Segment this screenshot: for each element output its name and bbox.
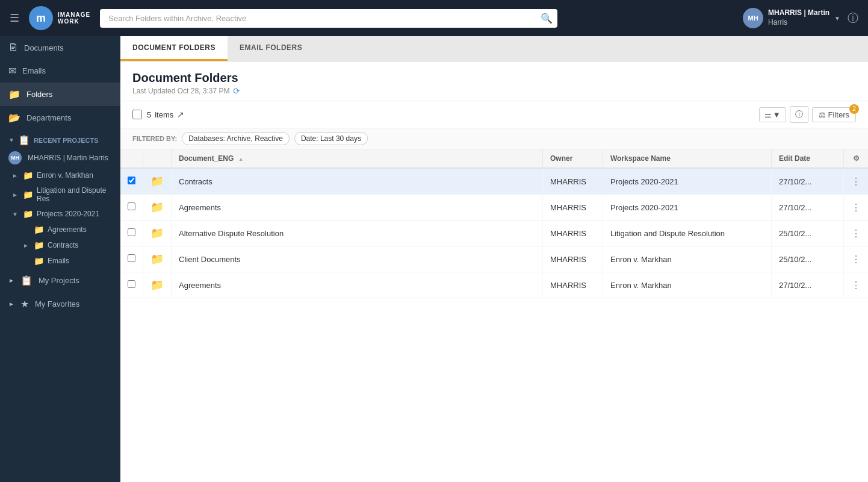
row-checkbox[interactable] <box>128 202 135 210</box>
row-checkbox-cell[interactable] <box>120 246 143 272</box>
sort-document-icon: ▲ <box>238 156 244 162</box>
row-actions-cell[interactable]: ⋮ <box>844 221 869 246</box>
info-button[interactable]: ⓘ <box>790 106 808 123</box>
sidebar-label-recent-projects: Recent Projects <box>34 137 99 144</box>
tree-item-litigation[interactable]: ► 📁 Litigation and Dispute Res <box>0 183 120 206</box>
row-checkbox-cell[interactable] <box>120 195 143 221</box>
sidebar-item-my-projects[interactable]: ► 📋 My Projects <box>0 269 120 292</box>
row-actions-cell[interactable]: ⋮ <box>844 272 869 298</box>
row-context-menu-button[interactable]: ⋮ <box>851 177 861 187</box>
row-actions-cell[interactable]: ⋮ <box>844 195 869 221</box>
tree-item-projects[interactable]: ▼ 📁 Projects 2020-2021 <box>0 206 120 222</box>
sidebar-item-emails[interactable]: ✉ Emails <box>0 59 120 83</box>
row-owner-cell: MHARRIS <box>543 272 603 298</box>
tab-email-folders[interactable]: EMAIL FOLDERS <box>228 36 314 61</box>
tree-item-user[interactable]: MH MHARRIS | Martin Harris <box>0 148 120 167</box>
enron-expand-icon[interactable]: ► <box>12 172 19 179</box>
documents-icon: 🖹 <box>8 42 18 53</box>
tree-item-emails[interactable]: 📁 Emails <box>0 253 120 269</box>
row-context-menu-button[interactable]: ⋮ <box>851 254 861 264</box>
filter-chip-date[interactable]: Date: Last 30 days <box>294 132 368 145</box>
sidebar-item-departments[interactable]: 📂 Departments <box>0 106 120 130</box>
row-actions-cell[interactable]: ⋮ <box>844 168 869 195</box>
th-edit-date[interactable]: Edit Date <box>772 149 844 168</box>
departments-icon: 📂 <box>8 112 20 124</box>
row-date-cell: 27/10/2... <box>772 195 844 221</box>
toolbar: 5 items ↗ ⚌ ▼ ⓘ ⚖ Filters 2 <box>120 101 868 128</box>
sidebar-label-documents: Documents <box>24 43 64 52</box>
row-checkbox-cell[interactable] <box>120 221 143 246</box>
my-projects-collapse[interactable]: ► <box>8 277 14 284</box>
th-owner[interactable]: Owner <box>543 149 603 168</box>
table-row[interactable]: 📁 Agreements MHARRIS Projects 2020-2021 … <box>120 195 868 221</box>
search-bar[interactable]: 🔍 <box>100 9 557 28</box>
row-context-menu-button[interactable]: ⋮ <box>851 228 861 239</box>
row-actions-cell[interactable]: ⋮ <box>844 246 869 272</box>
folders-icon: 📁 <box>8 89 20 100</box>
settings-gear-icon[interactable]: ⚙ <box>853 154 860 163</box>
tree-item-contracts[interactable]: ► 📁 Contracts <box>0 237 120 253</box>
hamburger-menu[interactable]: ☰ <box>10 11 19 25</box>
contracts-folder-icon: 📁 <box>34 240 44 250</box>
refresh-icon[interactable]: ⟳ <box>233 86 240 96</box>
user-dropdown-arrow[interactable]: ▼ <box>834 15 840 22</box>
th-icon <box>143 149 172 168</box>
th-settings[interactable]: ⚙ <box>844 149 869 168</box>
sidebar-item-folders[interactable]: 📁 Folders <box>0 83 120 106</box>
search-input[interactable] <box>100 9 557 28</box>
filter-button[interactable]: ⚖ Filters 2 <box>812 107 856 122</box>
row-date-cell: 27/10/2... <box>772 168 844 195</box>
row-checkbox-cell[interactable] <box>120 168 143 195</box>
search-button[interactable]: 🔍 <box>541 13 553 24</box>
topbar: ☰ m iManage Work 🔍 MH MHARRIS | Martin H… <box>0 0 868 36</box>
sidebar-section-recent-projects[interactable]: ▼ 📋 Recent Projects <box>0 130 120 148</box>
row-workspace-cell: Litigation and Dispute Resolution <box>603 221 772 246</box>
table-row[interactable]: 📁 Client Documents MHARRIS Enron v. Mark… <box>120 246 868 272</box>
table-row[interactable]: 📁 Alternative Dispute Resolution MHARRIS… <box>120 221 868 246</box>
row-checkbox[interactable] <box>128 228 135 236</box>
th-workspace[interactable]: Workspace Name <box>603 149 772 168</box>
toolbar-right: ⚌ ▼ ⓘ ⚖ Filters 2 <box>759 106 856 123</box>
folder-icon: 📁 <box>150 279 164 291</box>
row-checkbox[interactable] <box>128 254 135 262</box>
my-favorites-icon: ★ <box>20 298 29 310</box>
my-favorites-collapse[interactable]: ► <box>8 301 14 307</box>
view-dropdown-arrow[interactable]: ▼ <box>773 110 781 119</box>
sidebar-item-my-favorites[interactable]: ► ★ My Favorites <box>0 292 120 316</box>
export-icon[interactable]: ↗ <box>177 110 184 119</box>
filter-chip-database[interactable]: Databases: Archive, Reactive <box>182 132 290 145</box>
contracts-expand-icon[interactable]: ► <box>23 242 30 249</box>
row-name-cell: Agreements <box>172 272 543 298</box>
row-folder-icon-cell: 📁 <box>143 195 172 221</box>
filter-bar: FILTERED BY: Databases: Archive, Reactiv… <box>120 128 868 149</box>
tree-label-emails: Emails <box>48 257 69 265</box>
row-checkbox[interactable] <box>128 280 135 288</box>
row-date-cell: 25/10/2... <box>772 246 844 272</box>
row-owner-cell: MHARRIS <box>543 168 603 195</box>
recent-projects-collapse[interactable]: ▼ <box>8 137 14 143</box>
projects-collapse-icon[interactable]: ▼ <box>12 211 19 218</box>
projects-folder-icon: 📁 <box>23 209 33 219</box>
row-checkbox[interactable] <box>128 177 135 184</box>
row-context-menu-button[interactable]: ⋮ <box>851 202 861 213</box>
user-profile[interactable]: MH MHARRIS | Martin Harris ▼ <box>743 8 840 28</box>
th-document[interactable]: Document_ENG ▲ <box>172 149 543 168</box>
sidebar-item-documents[interactable]: 🖹 Documents <box>0 36 120 59</box>
tree-item-agreements[interactable]: 📁 Agreements <box>0 222 120 237</box>
litigation-expand-icon[interactable]: ► <box>12 192 19 198</box>
info-icon: ⓘ <box>795 110 803 119</box>
tab-document-folders[interactable]: DOCUMENT FOLDERS <box>120 36 228 61</box>
filter-icon: ⚖ <box>819 110 826 119</box>
select-all-checkbox[interactable] <box>132 110 142 119</box>
row-owner-cell: MHARRIS <box>543 195 603 221</box>
table-row[interactable]: 📁 Agreements MHARRIS Enron v. Markhan 27… <box>120 272 868 298</box>
row-context-menu-button[interactable]: ⋮ <box>851 280 861 290</box>
agreements-folder-icon: 📁 <box>34 225 44 234</box>
view-toggle-button[interactable]: ⚌ ▼ <box>759 107 786 122</box>
help-button[interactable]: ⓘ <box>848 11 858 25</box>
table-row[interactable]: 📁 Contracts MHARRIS Projects 2020-2021 2… <box>120 168 868 195</box>
table-container: Document_ENG ▲ Owner Workspace Name Edit… <box>120 149 868 482</box>
tree-item-enron[interactable]: ► 📁 Enron v. Markhan <box>0 167 120 183</box>
row-checkbox-cell[interactable] <box>120 272 143 298</box>
item-count: 5 items ↗ <box>147 110 184 119</box>
